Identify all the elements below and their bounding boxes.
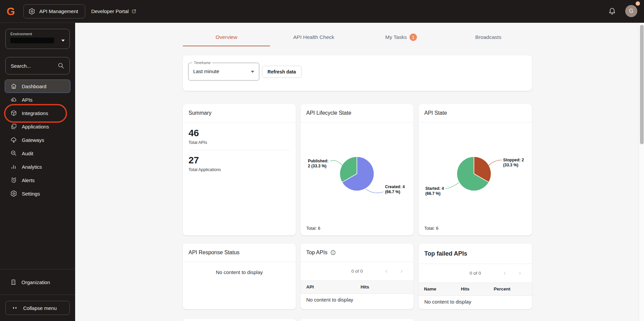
chevron-down-icon bbox=[61, 40, 65, 42]
scrollbar-track[interactable] bbox=[639, 23, 644, 321]
my-tasks-count-badge: 1 bbox=[410, 34, 417, 41]
pie-label-published: Published: 2 (33.3 %) bbox=[308, 159, 328, 169]
pie-chart-api-state: Stopped: 2 (33.3 %) Started: 4 (66.7 %) bbox=[419, 122, 532, 235]
gravitee-logo-icon[interactable]: G bbox=[3, 4, 18, 19]
sidebar-item-applications[interactable]: Applications bbox=[5, 120, 70, 133]
tab-label: Overview bbox=[216, 34, 237, 40]
scrollbar-thumb[interactable] bbox=[640, 25, 644, 144]
portal-link-label: Developer Portal bbox=[91, 8, 129, 14]
timeframe-label: Timeframe bbox=[192, 61, 212, 65]
pagination-count: 0 of 0 bbox=[419, 271, 532, 276]
sidebar-item-label: Audit bbox=[22, 151, 33, 156]
pie-total-label: Total: 6 bbox=[424, 226, 438, 231]
total-applications-value: 27 bbox=[189, 155, 290, 166]
divider bbox=[189, 150, 290, 150]
cloud-icon bbox=[10, 96, 17, 103]
column-header-api[interactable]: API bbox=[306, 284, 314, 289]
main-tabs: Overview API Health Check My Tasks1 Broa… bbox=[183, 28, 532, 46]
column-header-hits[interactable]: Hits bbox=[361, 284, 369, 289]
sidebar-item-apis[interactable]: APIs bbox=[5, 93, 70, 106]
sidebar-item-label: Settings bbox=[22, 191, 40, 197]
sidebar-menu: Dashboard APIs Integrations Applications… bbox=[5, 79, 70, 200]
pie-label-started: Started: 4 (66.7 %) bbox=[425, 186, 444, 196]
topbar: G API Management Developer Portal G bbox=[0, 0, 644, 23]
sidebar-item-label: Analytics bbox=[22, 164, 42, 170]
sidebar-item-label: Gateways bbox=[22, 137, 44, 143]
chevron-left-icon[interactable] bbox=[502, 271, 507, 276]
timeframe-select[interactable]: Timeframe Last minute bbox=[188, 63, 259, 81]
sidebar-item-audit[interactable]: Audit bbox=[5, 147, 70, 160]
card-title: Summary bbox=[189, 110, 211, 116]
tab-api-health-check[interactable]: API Health Check bbox=[270, 28, 357, 46]
external-link-icon bbox=[131, 9, 137, 14]
sidebar-item-label: Organization bbox=[21, 279, 50, 285]
column-header-percent[interactable]: Percent bbox=[494, 286, 511, 291]
collapse-menu-button[interactable]: Collapse menu bbox=[5, 301, 70, 315]
card-title: API Lifecycle State bbox=[306, 110, 351, 116]
search-input[interactable] bbox=[11, 63, 57, 69]
api-lifecycle-state-card: API Lifecycle State Published: 2 (33.3 %… bbox=[301, 104, 414, 235]
sidebar-item-gateways[interactable]: Gateways bbox=[5, 133, 70, 147]
top-apis-card: Top APIs 0 of 0 API Hits No content to d… bbox=[301, 244, 414, 309]
partial-card bbox=[183, 319, 296, 321]
api-management-button[interactable]: API Management bbox=[23, 4, 85, 18]
avatar-status-badge bbox=[636, 1, 640, 6]
table-header-row: API Hits bbox=[301, 281, 414, 294]
developer-portal-link[interactable]: Developer Portal bbox=[91, 8, 137, 14]
sidebar-item-label: Applications bbox=[22, 124, 49, 129]
sidebar-item-analytics[interactable]: Analytics bbox=[5, 160, 70, 173]
tab-broadcasts[interactable]: Broadcasts bbox=[445, 28, 532, 46]
avatar-initial: G bbox=[625, 5, 637, 17]
svg-text:G: G bbox=[7, 5, 15, 17]
topbar-right: G bbox=[608, 0, 638, 23]
audit-search-icon bbox=[10, 150, 17, 157]
search-icon bbox=[57, 62, 65, 69]
pie-chart-lifecycle: Published: 2 (33.3 %) Created: 4 (66.7 %… bbox=[301, 122, 414, 235]
chevron-right-icon[interactable] bbox=[399, 269, 404, 274]
bar-chart-icon bbox=[10, 163, 17, 170]
app-button-label: API Management bbox=[39, 8, 78, 14]
tab-my-tasks[interactable]: My Tasks1 bbox=[358, 28, 445, 46]
partial-card bbox=[301, 319, 414, 321]
sidebar-item-label: Alerts bbox=[22, 177, 35, 183]
sidebar: Environment Dashboard APIs Integrations bbox=[0, 23, 75, 321]
sidebar-item-settings[interactable]: Settings bbox=[5, 187, 70, 200]
app-root: G API Management Developer Portal G Envi… bbox=[0, 0, 644, 321]
card-title: Top failed APIs bbox=[424, 250, 467, 257]
collapse-arrows-icon bbox=[12, 305, 18, 311]
sidebar-item-label: APIs bbox=[22, 97, 33, 103]
sidebar-search[interactable] bbox=[5, 57, 70, 74]
filter-card: Timeframe Last minute Refresh data bbox=[183, 55, 532, 91]
top-failed-apis-card: Top failed APIs 0 of 0 Name Hits Percent… bbox=[419, 244, 532, 309]
tab-overview[interactable]: Overview bbox=[183, 28, 270, 46]
timeframe-value: Last minute bbox=[193, 68, 219, 74]
pie-total-label: Total: 6 bbox=[306, 226, 320, 231]
table-header-row: Name Hits Percent bbox=[419, 283, 532, 296]
total-apis-label: Total APIs bbox=[189, 140, 290, 145]
api-response-status-card: API Response Status No content to displa… bbox=[183, 244, 296, 309]
info-icon[interactable] bbox=[330, 250, 336, 256]
chevron-left-icon[interactable] bbox=[384, 269, 389, 274]
gear-icon bbox=[10, 190, 17, 197]
column-header-hits[interactable]: Hits bbox=[461, 286, 470, 291]
column-header-name[interactable]: Name bbox=[424, 286, 436, 291]
notification-bell-icon[interactable] bbox=[608, 7, 616, 16]
pagination-row: 0 of 0 bbox=[301, 262, 414, 281]
chevron-right-icon[interactable] bbox=[518, 271, 522, 276]
environment-select[interactable]: Environment bbox=[5, 29, 70, 49]
tab-label: API Health Check bbox=[293, 34, 334, 40]
sidebar-item-label: Integrations bbox=[22, 110, 48, 116]
card-title: API Response Status bbox=[189, 250, 239, 256]
user-avatar[interactable]: G bbox=[625, 5, 638, 18]
sidebar-item-dashboard[interactable]: Dashboard bbox=[5, 79, 70, 93]
empty-state-text: No content to display bbox=[183, 269, 296, 275]
sidebar-item-integrations[interactable]: Integrations bbox=[5, 106, 70, 120]
chevron-down-icon bbox=[251, 71, 254, 73]
summary-card: Summary 46 Total APIs 27 Total Applicati… bbox=[183, 104, 296, 235]
sidebar-item-alerts[interactable]: Alerts bbox=[5, 173, 70, 187]
sidebar-item-label: Dashboard bbox=[22, 84, 46, 89]
sidebar-item-organization[interactable]: Organization bbox=[5, 275, 70, 289]
refresh-data-button[interactable]: Refresh data bbox=[262, 66, 302, 78]
gear-icon bbox=[29, 8, 35, 15]
tab-label: Broadcasts bbox=[475, 34, 501, 40]
